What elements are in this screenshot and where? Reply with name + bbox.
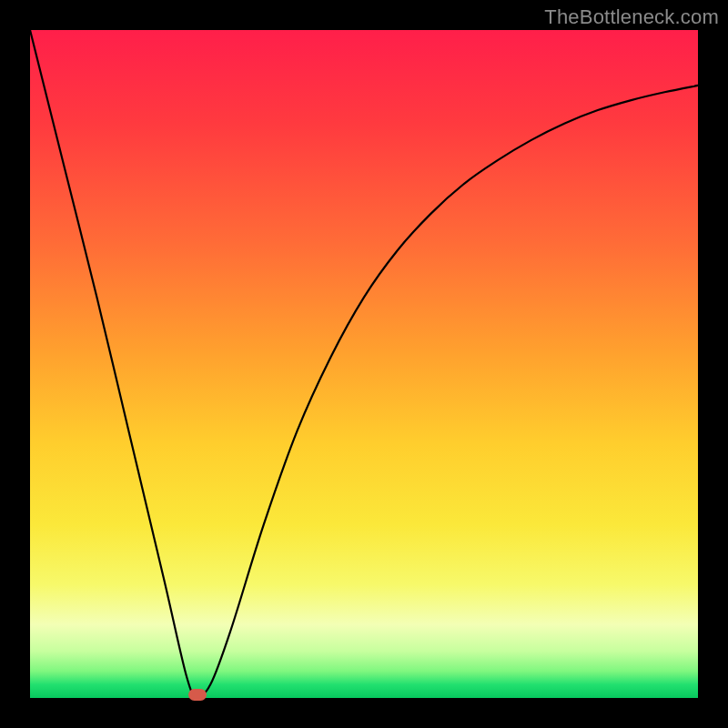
bottleneck-curve — [30, 30, 698, 698]
plot-area — [30, 30, 698, 698]
optimal-point-marker — [188, 689, 207, 701]
attribution-text: TheBottleneck.com — [544, 5, 719, 29]
chart-frame: TheBottleneck.com — [0, 0, 728, 728]
